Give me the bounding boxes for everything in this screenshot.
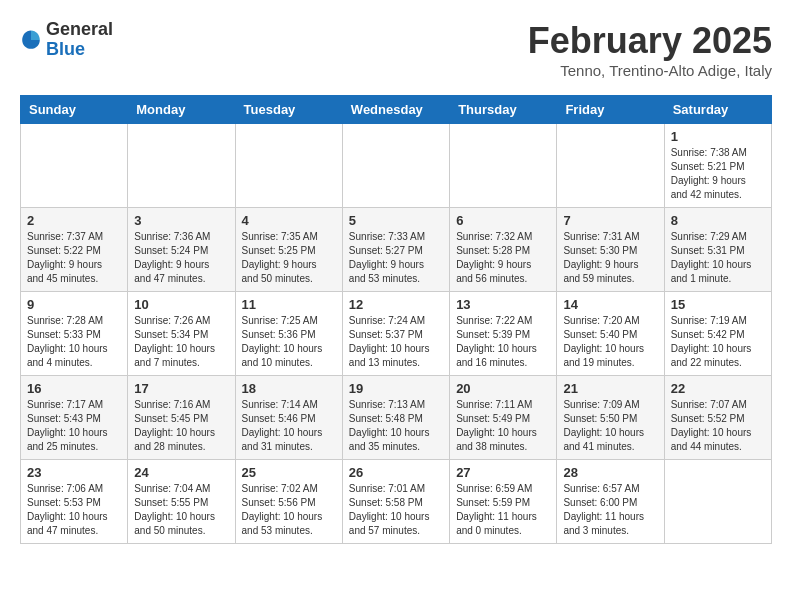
day-number: 13 (456, 297, 550, 312)
day-cell: 13Sunrise: 7:22 AM Sunset: 5:39 PM Dayli… (450, 292, 557, 376)
day-cell: 1Sunrise: 7:38 AM Sunset: 5:21 PM Daylig… (664, 124, 771, 208)
logo-text: General Blue (46, 20, 113, 60)
calendar-table: SundayMondayTuesdayWednesdayThursdayFrid… (20, 95, 772, 544)
day-info: Sunrise: 7:38 AM Sunset: 5:21 PM Dayligh… (671, 146, 765, 202)
day-cell: 25Sunrise: 7:02 AM Sunset: 5:56 PM Dayli… (235, 460, 342, 544)
logo: General Blue (20, 20, 113, 60)
day-number: 14 (563, 297, 657, 312)
weekday-header-monday: Monday (128, 96, 235, 124)
day-number: 23 (27, 465, 121, 480)
day-info: Sunrise: 7:26 AM Sunset: 5:34 PM Dayligh… (134, 314, 228, 370)
day-info: Sunrise: 7:01 AM Sunset: 5:58 PM Dayligh… (349, 482, 443, 538)
day-cell (128, 124, 235, 208)
day-cell: 11Sunrise: 7:25 AM Sunset: 5:36 PM Dayli… (235, 292, 342, 376)
day-info: Sunrise: 7:25 AM Sunset: 5:36 PM Dayligh… (242, 314, 336, 370)
day-info: Sunrise: 7:31 AM Sunset: 5:30 PM Dayligh… (563, 230, 657, 286)
day-cell: 24Sunrise: 7:04 AM Sunset: 5:55 PM Dayli… (128, 460, 235, 544)
day-cell: 4Sunrise: 7:35 AM Sunset: 5:25 PM Daylig… (235, 208, 342, 292)
weekday-header-wednesday: Wednesday (342, 96, 449, 124)
day-number: 20 (456, 381, 550, 396)
day-cell: 23Sunrise: 7:06 AM Sunset: 5:53 PM Dayli… (21, 460, 128, 544)
day-info: Sunrise: 7:19 AM Sunset: 5:42 PM Dayligh… (671, 314, 765, 370)
day-info: Sunrise: 7:33 AM Sunset: 5:27 PM Dayligh… (349, 230, 443, 286)
weekday-header-sunday: Sunday (21, 96, 128, 124)
location: Tenno, Trentino-Alto Adige, Italy (528, 62, 772, 79)
title-block: February 2025 Tenno, Trentino-Alto Adige… (528, 20, 772, 79)
day-number: 11 (242, 297, 336, 312)
day-info: Sunrise: 7:09 AM Sunset: 5:50 PM Dayligh… (563, 398, 657, 454)
day-cell: 5Sunrise: 7:33 AM Sunset: 5:27 PM Daylig… (342, 208, 449, 292)
day-cell: 14Sunrise: 7:20 AM Sunset: 5:40 PM Dayli… (557, 292, 664, 376)
day-cell: 26Sunrise: 7:01 AM Sunset: 5:58 PM Dayli… (342, 460, 449, 544)
day-cell (235, 124, 342, 208)
day-cell: 17Sunrise: 7:16 AM Sunset: 5:45 PM Dayli… (128, 376, 235, 460)
day-number: 6 (456, 213, 550, 228)
day-number: 18 (242, 381, 336, 396)
day-cell (557, 124, 664, 208)
day-info: Sunrise: 6:57 AM Sunset: 6:00 PM Dayligh… (563, 482, 657, 538)
weekday-header-thursday: Thursday (450, 96, 557, 124)
week-row-1: 1Sunrise: 7:38 AM Sunset: 5:21 PM Daylig… (21, 124, 772, 208)
day-number: 3 (134, 213, 228, 228)
day-number: 19 (349, 381, 443, 396)
day-cell (664, 460, 771, 544)
day-cell: 20Sunrise: 7:11 AM Sunset: 5:49 PM Dayli… (450, 376, 557, 460)
day-cell (450, 124, 557, 208)
day-info: Sunrise: 7:20 AM Sunset: 5:40 PM Dayligh… (563, 314, 657, 370)
day-number: 22 (671, 381, 765, 396)
day-info: Sunrise: 7:36 AM Sunset: 5:24 PM Dayligh… (134, 230, 228, 286)
day-info: Sunrise: 7:17 AM Sunset: 5:43 PM Dayligh… (27, 398, 121, 454)
day-info: Sunrise: 7:14 AM Sunset: 5:46 PM Dayligh… (242, 398, 336, 454)
day-info: Sunrise: 7:11 AM Sunset: 5:49 PM Dayligh… (456, 398, 550, 454)
logo-general-text: General (46, 20, 113, 40)
day-number: 12 (349, 297, 443, 312)
weekday-header-row: SundayMondayTuesdayWednesdayThursdayFrid… (21, 96, 772, 124)
day-info: Sunrise: 7:35 AM Sunset: 5:25 PM Dayligh… (242, 230, 336, 286)
page-header: General Blue February 2025 Tenno, Trenti… (20, 20, 772, 79)
day-number: 17 (134, 381, 228, 396)
day-number: 26 (349, 465, 443, 480)
day-cell (21, 124, 128, 208)
day-info: Sunrise: 7:07 AM Sunset: 5:52 PM Dayligh… (671, 398, 765, 454)
day-info: Sunrise: 7:28 AM Sunset: 5:33 PM Dayligh… (27, 314, 121, 370)
day-cell: 19Sunrise: 7:13 AM Sunset: 5:48 PM Dayli… (342, 376, 449, 460)
week-row-3: 9Sunrise: 7:28 AM Sunset: 5:33 PM Daylig… (21, 292, 772, 376)
logo-blue-text: Blue (46, 40, 113, 60)
day-cell: 28Sunrise: 6:57 AM Sunset: 6:00 PM Dayli… (557, 460, 664, 544)
day-cell: 10Sunrise: 7:26 AM Sunset: 5:34 PM Dayli… (128, 292, 235, 376)
day-cell: 2Sunrise: 7:37 AM Sunset: 5:22 PM Daylig… (21, 208, 128, 292)
day-number: 25 (242, 465, 336, 480)
day-cell: 9Sunrise: 7:28 AM Sunset: 5:33 PM Daylig… (21, 292, 128, 376)
day-cell: 3Sunrise: 7:36 AM Sunset: 5:24 PM Daylig… (128, 208, 235, 292)
day-number: 2 (27, 213, 121, 228)
day-info: Sunrise: 7:06 AM Sunset: 5:53 PM Dayligh… (27, 482, 121, 538)
day-info: Sunrise: 7:32 AM Sunset: 5:28 PM Dayligh… (456, 230, 550, 286)
day-info: Sunrise: 7:22 AM Sunset: 5:39 PM Dayligh… (456, 314, 550, 370)
day-cell: 7Sunrise: 7:31 AM Sunset: 5:30 PM Daylig… (557, 208, 664, 292)
logo-icon (20, 29, 42, 51)
day-number: 24 (134, 465, 228, 480)
day-number: 15 (671, 297, 765, 312)
day-number: 21 (563, 381, 657, 396)
day-number: 10 (134, 297, 228, 312)
day-cell: 18Sunrise: 7:14 AM Sunset: 5:46 PM Dayli… (235, 376, 342, 460)
day-info: Sunrise: 7:16 AM Sunset: 5:45 PM Dayligh… (134, 398, 228, 454)
day-number: 27 (456, 465, 550, 480)
day-info: Sunrise: 7:04 AM Sunset: 5:55 PM Dayligh… (134, 482, 228, 538)
day-cell: 6Sunrise: 7:32 AM Sunset: 5:28 PM Daylig… (450, 208, 557, 292)
week-row-5: 23Sunrise: 7:06 AM Sunset: 5:53 PM Dayli… (21, 460, 772, 544)
weekday-header-friday: Friday (557, 96, 664, 124)
day-info: Sunrise: 6:59 AM Sunset: 5:59 PM Dayligh… (456, 482, 550, 538)
week-row-4: 16Sunrise: 7:17 AM Sunset: 5:43 PM Dayli… (21, 376, 772, 460)
day-info: Sunrise: 7:13 AM Sunset: 5:48 PM Dayligh… (349, 398, 443, 454)
day-cell (342, 124, 449, 208)
day-cell: 27Sunrise: 6:59 AM Sunset: 5:59 PM Dayli… (450, 460, 557, 544)
day-number: 7 (563, 213, 657, 228)
month-title: February 2025 (528, 20, 772, 62)
day-number: 8 (671, 213, 765, 228)
day-info: Sunrise: 7:24 AM Sunset: 5:37 PM Dayligh… (349, 314, 443, 370)
day-number: 28 (563, 465, 657, 480)
day-cell: 16Sunrise: 7:17 AM Sunset: 5:43 PM Dayli… (21, 376, 128, 460)
day-info: Sunrise: 7:02 AM Sunset: 5:56 PM Dayligh… (242, 482, 336, 538)
day-cell: 8Sunrise: 7:29 AM Sunset: 5:31 PM Daylig… (664, 208, 771, 292)
